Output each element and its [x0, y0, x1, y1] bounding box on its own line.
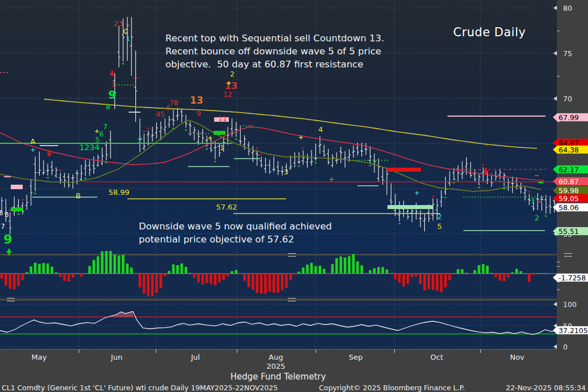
month-label-jun: Jun [111, 353, 122, 361]
svg-text:7: 7 [1, 223, 5, 231]
month-tick [316, 350, 316, 353]
month-label-jul: Jul [191, 353, 200, 361]
price-level-chip[interactable]: 55.51 [553, 227, 588, 236]
price-level-chip[interactable]: 62.17 [553, 165, 588, 174]
axis-tick [557, 289, 560, 290]
svg-text:78: 78 [169, 99, 178, 107]
annotation-bottom-line1: Downside wave 5 now qualified achieved [139, 220, 332, 233]
svg-text:58.99: 58.99 [108, 188, 129, 197]
svg-text:1: 1 [531, 197, 535, 205]
annotation-top-line3: objective. 50 day at 60.87 first resista… [165, 58, 384, 71]
svg-text:11: 11 [218, 115, 227, 123]
month-tick [237, 350, 237, 353]
rsi-value-chip[interactable]: 37.2105 [553, 326, 588, 335]
svg-text:1234: 1234 [79, 143, 100, 152]
svg-text:+: + [226, 79, 231, 87]
panel-separator [0, 299, 557, 301]
month-tick [480, 350, 481, 353]
annotation-top-line2: Recent bounce off downside wave 5 of 5 p… [165, 45, 384, 58]
bloomberg-chart-window: 58.9957.626879AB123456789123C14567813921… [0, 0, 588, 392]
panel-separator [0, 254, 557, 255]
svg-text:45: 45 [156, 110, 164, 118]
chart-title: Crude Daily [453, 25, 526, 39]
svg-text:2: 2 [437, 212, 442, 221]
svg-text:B: B [76, 191, 81, 200]
axis-tick-label: 70 [563, 95, 572, 103]
year-label: 2025 [266, 362, 285, 370]
price-level-chip[interactable]: 58.06 [553, 203, 588, 212]
price-level-chip[interactable]: 64.38 [553, 146, 588, 154]
svg-text:6: 6 [99, 130, 104, 138]
month-label-nov: Nov [510, 353, 524, 361]
month-label-may: May [32, 353, 47, 361]
svg-text:3: 3 [284, 168, 288, 176]
svg-text:9: 9 [197, 110, 201, 118]
svg-text:8: 8 [106, 103, 110, 111]
footer-security-description: CL1 Comdty (Generic 1st 'CL' Future) wti… [2, 384, 278, 392]
month-tick [156, 350, 156, 353]
annotation-top-line1: Recent top with Sequential sell Countdow… [165, 32, 384, 45]
annotation-bottom-line2: potential price objective of 57.62 [139, 233, 332, 246]
svg-text:23: 23 [114, 19, 123, 28]
svg-text:+: + [329, 176, 334, 183]
month-label-sep: Sep [349, 353, 363, 361]
svg-text:6: 6 [0, 210, 3, 217]
axis-tick-label: 75 [563, 49, 572, 58]
axis-tick [557, 76, 560, 76]
svg-text:9: 9 [3, 232, 12, 246]
svg-text:+: + [207, 134, 212, 142]
footer-timestamp: 22-Nov-2025 08:55:34 [506, 384, 586, 392]
month-label-oct: Oct [431, 353, 443, 361]
axis-tick-label: 80 [563, 4, 572, 12]
svg-text:+: + [137, 135, 142, 143]
svg-text:+: + [298, 134, 303, 141]
svg-text:4: 4 [318, 125, 323, 134]
axis-tick-arrow [553, 51, 557, 56]
month-label-aug: Aug [269, 353, 283, 361]
axis-tick [557, 266, 560, 267]
chart-area[interactable]: 58.9957.626879AB123456789123C14567813921… [0, 0, 557, 350]
svg-text:1: 1 [111, 80, 116, 88]
svg-text:12: 12 [223, 91, 232, 99]
svg-text:1: 1 [220, 143, 224, 152]
annotation-bottom: Downside wave 5 now qualified achieved p… [139, 220, 332, 246]
svg-text:A: A [31, 137, 36, 146]
footer-copyright: Copyright© 2025 Bloomberg Finance L.P. [319, 384, 465, 392]
right-axis[interactable]: 8075705510050067.9964.9764.3862.1760.875… [557, 0, 588, 350]
svg-text:9: 9 [108, 88, 116, 101]
svg-text:+: + [30, 146, 35, 154]
macd-value-chip[interactable]: -1.7258 [553, 274, 588, 282]
svg-text:57.62: 57.62 [216, 203, 237, 211]
panel-separator-handle-4[interactable] [7, 298, 15, 301]
price-level-chip[interactable]: 59.05 [553, 194, 588, 203]
axis-tick-arrow [553, 344, 557, 349]
svg-text:13: 13 [190, 95, 203, 106]
axis-tick-arrow [553, 6, 557, 10]
svg-text:+: + [94, 127, 99, 135]
bottom-axis: 2025 Hedge Fund Telemetry CL1 Comdty (Ge… [0, 350, 588, 392]
svg-text:2: 2 [535, 214, 539, 222]
svg-text:8: 8 [5, 211, 9, 219]
brand-label: Hedge Fund Telemetry [231, 372, 326, 382]
month-tick [394, 350, 395, 353]
axis-tick-arrow [553, 96, 557, 101]
svg-text:2: 2 [230, 70, 235, 78]
axis-tick [557, 262, 560, 262]
axis-tick-label: 100 [563, 300, 577, 309]
axis-tick-arrow [553, 302, 557, 306]
svg-text:5: 5 [437, 222, 442, 231]
svg-text:7: 7 [103, 122, 108, 131]
panel-separator-handle-3[interactable] [564, 253, 572, 257]
price-level-chip[interactable]: 60.87 [553, 177, 588, 186]
panel-separator-handle-2[interactable] [288, 298, 296, 301]
price-level-chip[interactable]: 67.99 [553, 113, 588, 122]
axis-tick [557, 31, 560, 31]
annotation-top: Recent top with Sequential sell Countdow… [165, 32, 384, 71]
panel-separator-handle-1[interactable] [288, 253, 296, 257]
price-level-chip[interactable]: 59.98 [553, 186, 588, 195]
svg-text:+: + [414, 189, 419, 197]
month-tick [79, 350, 79, 353]
svg-text:1: 1 [126, 35, 130, 42]
